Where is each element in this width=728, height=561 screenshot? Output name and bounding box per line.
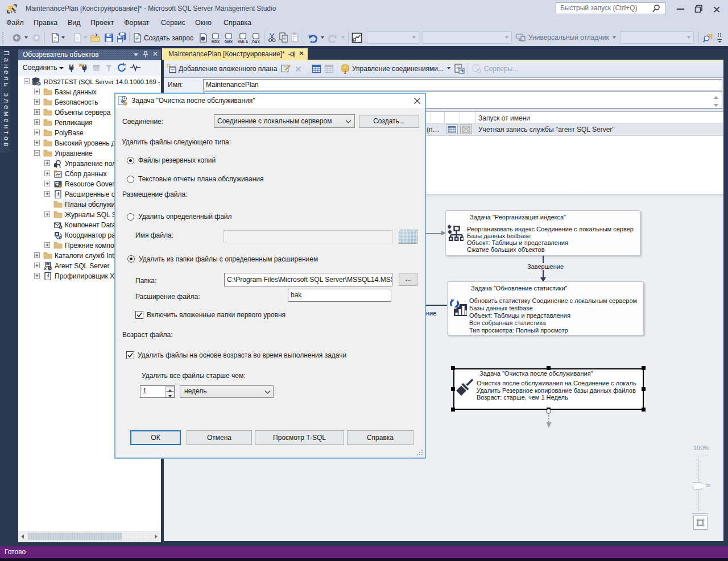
- svg-text:XMLA: XMLA: [238, 40, 249, 44]
- svg-text:DAX: DAX: [252, 40, 260, 44]
- svg-text:DMX: DMX: [225, 40, 233, 44]
- svg-text:MDX: MDX: [212, 40, 220, 44]
